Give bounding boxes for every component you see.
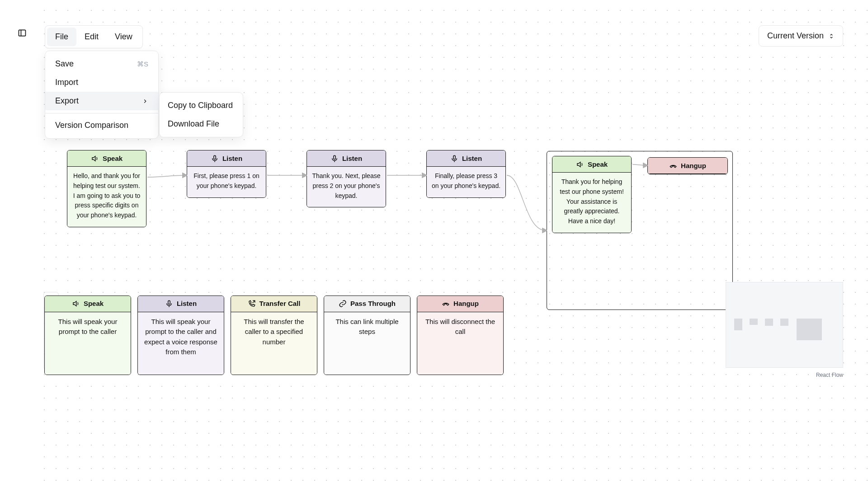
react-flow-attribution: React Flow [816,372,843,378]
node-title: Speak [103,153,123,164]
node-hangup[interactable]: Hangup [647,157,728,174]
node-body: Finally, please press 3 on your phone's … [427,167,505,197]
svg-line-18 [252,301,255,303]
node-palette: Speak This will speak your prompt to the… [44,296,504,375]
minimap[interactable] [726,282,843,368]
node-speak-1[interactable]: Speak Hello, and thank you for helping t… [67,150,146,227]
version-selector-label: Current Version [767,31,824,41]
svg-rect-0 [19,30,26,36]
speaker-icon [72,300,80,308]
file-menu-export[interactable]: Export [45,92,158,110]
palette-title: Transfer Call [259,299,301,309]
export-copy-clipboard[interactable]: Copy to Clipboard [160,96,243,115]
speaker-icon [576,160,584,169]
palette-listen[interactable]: Listen This will speak your prompt to th… [137,296,224,375]
mic-icon [330,155,339,163]
chevron-right-icon [142,98,148,104]
node-title: Hangup [681,160,706,171]
menu-view[interactable]: View [107,28,141,46]
node-listen-1[interactable]: Listen First, please press 1 on your pho… [187,150,266,198]
mic-icon [165,300,173,308]
svg-rect-3 [214,155,216,159]
file-menu-version-comparison[interactable]: Version Comparison [45,116,158,135]
node-speak-2[interactable]: Speak Thank you for helping test our pho… [552,156,632,233]
menu-separator [45,113,158,113]
canvas-background[interactable] [34,0,868,488]
link-icon [339,300,347,308]
transfer-icon [248,300,256,308]
palette-desc: This can link multiple steps [324,312,410,375]
palette-desc: This will speak your prompt to the calle… [138,312,224,375]
palette-hangup[interactable]: Hangup This will disconnect the call [417,296,504,375]
menubar: File Edit View [45,25,143,48]
palette-desc: This will transfer the caller to a speci… [231,312,317,375]
file-menu: Save ⌘S Import Export Version Comparison [45,51,159,139]
node-listen-2[interactable]: Listen Thank you. Next, please press 2 o… [307,150,386,207]
svg-rect-7 [453,155,456,159]
file-menu-import[interactable]: Import [45,73,158,92]
node-body: Hello, and thank you for helping test ou… [67,167,146,226]
palette-desc: This will speak your prompt to the calle… [45,312,131,375]
palette-desc: This will disconnect the call [417,312,503,375]
node-title: Speak [588,159,608,169]
mic-icon [211,155,219,163]
svg-rect-5 [334,155,336,159]
export-download-file[interactable]: Download File [160,115,243,133]
palette-title: Pass Through [350,299,396,309]
panel-toggle-icon[interactable] [18,28,27,38]
svg-marker-15 [73,301,76,306]
chevrons-vertical-icon [828,33,835,39]
file-menu-save-label: Save [55,59,74,69]
menu-edit[interactable]: Edit [76,28,107,46]
palette-passthrough[interactable]: Pass Through This can link multiple step… [324,296,410,375]
file-menu-save[interactable]: Save ⌘S [45,55,158,73]
hangup-icon [669,162,677,170]
file-menu-import-label: Import [55,78,78,87]
palette-transfer[interactable]: Transfer Call This will transfer the cal… [231,296,317,375]
file-menu-version-comparison-label: Version Comparison [55,121,128,130]
speaker-icon [91,155,99,163]
palette-title: Listen [177,299,197,309]
node-body: Thank you. Next, please press 2 on your … [307,167,386,207]
hangup-icon [442,300,450,308]
mic-icon [450,155,458,163]
node-title: Listen [462,153,482,164]
node-listen-3[interactable]: Listen Finally, please press 3 on your p… [426,150,506,198]
palette-title: Hangup [453,299,479,309]
svg-rect-16 [168,301,170,305]
palette-title: Speak [84,299,104,309]
svg-marker-2 [92,156,95,161]
version-selector[interactable]: Current Version [759,25,843,47]
node-title: Listen [222,153,242,164]
node-body: First, please press 1 on your phone's ke… [187,167,266,197]
palette-speak[interactable]: Speak This will speak your prompt to the… [44,296,131,375]
menu-file[interactable]: File [47,28,76,46]
export-submenu: Copy to Clipboard Download File [159,92,243,137]
svg-marker-9 [577,162,580,167]
file-menu-save-shortcut: ⌘S [137,60,148,68]
node-body: Thank you for helping test our phone sys… [552,173,631,232]
file-menu-export-label: Export [55,96,79,106]
node-title: Listen [342,153,362,164]
